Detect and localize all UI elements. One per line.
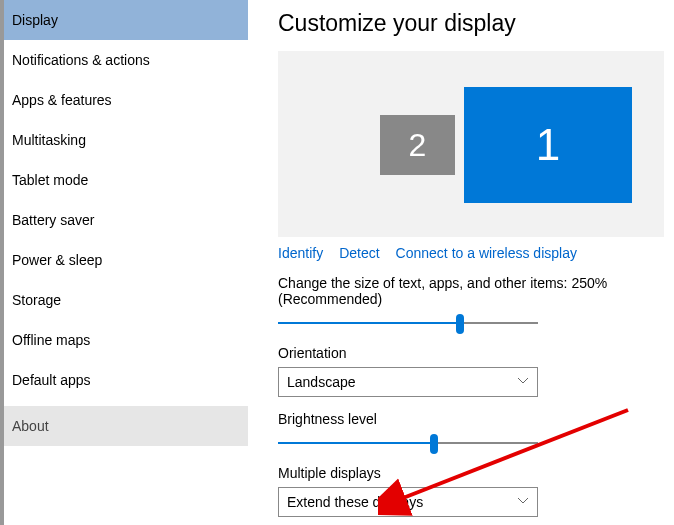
slider-thumb[interactable] <box>456 314 464 334</box>
chevron-down-icon <box>517 374 529 390</box>
orientation-dropdown[interactable]: Landscape <box>278 367 538 397</box>
sidebar-item-offline-maps[interactable]: Offline maps <box>4 320 248 360</box>
sidebar-item-default-apps[interactable]: Default apps <box>4 360 248 400</box>
monitor-arrangement-area[interactable]: 2 1 <box>278 51 664 237</box>
sidebar-item-power-sleep[interactable]: Power & sleep <box>4 240 248 280</box>
settings-sidebar: DisplayNotifications & actionsApps & fea… <box>0 0 248 525</box>
sidebar-item-notifications-actions[interactable]: Notifications & actions <box>4 40 248 80</box>
monitor-2[interactable]: 2 <box>380 115 455 175</box>
page-title: Customize your display <box>278 10 664 37</box>
sidebar-item-battery-saver[interactable]: Battery saver <box>4 200 248 240</box>
monitor-1[interactable]: 1 <box>464 87 632 203</box>
sidebar-item-tablet-mode[interactable]: Tablet mode <box>4 160 248 200</box>
multiple-displays-dropdown[interactable]: Extend these displays <box>278 487 538 517</box>
identify-link[interactable]: Identify <box>278 245 323 261</box>
orientation-value: Landscape <box>287 374 356 390</box>
brightness-slider[interactable] <box>278 433 538 453</box>
detect-link[interactable]: Detect <box>339 245 379 261</box>
display-settings-panel: Customize your display 2 1 Identify Dete… <box>248 0 674 525</box>
sidebar-item-about[interactable]: About <box>4 406 248 446</box>
chevron-down-icon <box>517 494 529 510</box>
sidebar-item-storage[interactable]: Storage <box>4 280 248 320</box>
slider-thumb[interactable] <box>430 434 438 454</box>
sidebar-item-multitasking[interactable]: Multitasking <box>4 120 248 160</box>
scaling-slider[interactable] <box>278 313 538 333</box>
scaling-label: Change the size of text, apps, and other… <box>278 275 664 307</box>
multiple-displays-value: Extend these displays <box>287 494 423 510</box>
connect-wireless-link[interactable]: Connect to a wireless display <box>396 245 577 261</box>
multiple-displays-label: Multiple displays <box>278 465 664 481</box>
sidebar-item-display[interactable]: Display <box>4 0 248 40</box>
brightness-label: Brightness level <box>278 411 664 427</box>
sidebar-item-apps-features[interactable]: Apps & features <box>4 80 248 120</box>
orientation-label: Orientation <box>278 345 664 361</box>
